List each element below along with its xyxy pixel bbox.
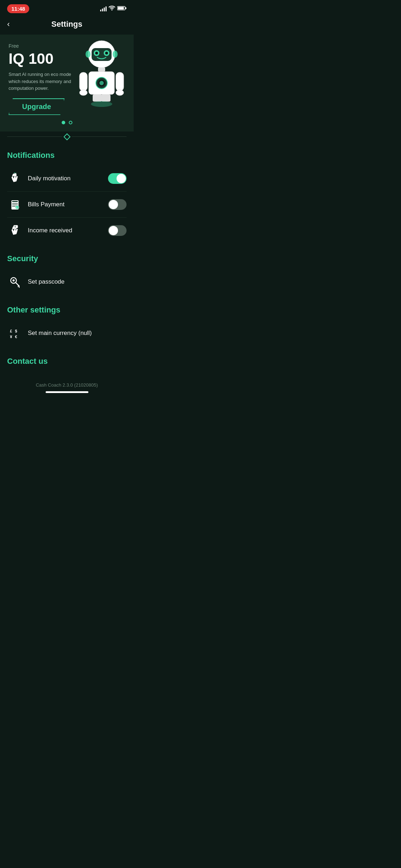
footer: Cash Coach 2.3.0 (21020805) [0,375,134,400]
svg-rect-1 [125,7,127,9]
divider-right [72,136,127,137]
svg-text:£: £ [10,329,12,333]
security-title: Security [7,254,127,263]
daily-motivation-toggle[interactable] [108,173,127,184]
key-icon [7,274,23,290]
set-currency-label: Set main currency (null) [28,330,127,337]
home-indicator [46,391,88,393]
svg-text:$: $ [15,329,17,333]
svg-rect-16 [79,72,87,91]
robot-illustration [73,38,130,109]
set-passcode-label: Set passcode [28,278,127,285]
income-received-toggle[interactable] [108,225,127,236]
currency-icon: £ $ ¥ € [7,325,23,341]
ai-card: Free IQ 100 Smart AI running on eco mode… [0,35,134,131]
svg-rect-2 [118,7,124,10]
dot-2[interactable] [69,121,72,124]
contact-us-section: Contact us [0,350,134,375]
svg-point-10 [113,51,118,58]
svg-point-22 [91,101,112,107]
notifications-section: Notifications Daily motivation [0,144,134,247]
status-bar: 11:48 [0,0,134,16]
svg-rect-11 [98,67,105,72]
svg-point-33 [12,279,15,281]
signal-icon [100,6,107,11]
svg-text:¥: ¥ [10,335,12,339]
fist-fire-icon [7,171,23,186]
money-fist-icon: $ [7,223,23,238]
contact-us-title: Contact us [7,357,127,366]
list-item: $ Income received [7,218,127,243]
list-item: $ Bills Payment [7,192,127,218]
ai-description: Smart AI running on eco mode which reduc… [9,71,80,92]
bill-icon: $ [7,197,23,212]
daily-motivation-label: Daily motivation [28,175,108,182]
diamond-icon [63,133,71,140]
version-label: Cash Coach 2.3.0 (21020805) [7,382,127,388]
status-time: 11:48 [7,4,29,13]
svg-rect-24 [12,201,18,202]
bills-payment-toggle[interactable] [108,199,127,210]
security-section: Security Set passcode [0,247,134,298]
income-received-label: Income received [28,227,108,234]
svg-line-34 [16,283,19,286]
pagination-dots [9,121,125,124]
bills-payment-label: Bills Payment [28,201,108,208]
other-settings-section: Other settings £ $ ¥ € Set main currency… [0,298,134,350]
svg-point-19 [116,90,124,95]
status-icons [100,6,127,12]
svg-point-9 [86,51,91,58]
svg-rect-17 [116,72,124,91]
other-settings-title: Other settings [7,305,127,315]
list-item: Daily motivation [7,166,127,192]
svg-point-18 [79,90,87,95]
notifications-title: Notifications [7,151,127,160]
list-item[interactable]: Set passcode [7,269,127,295]
upgrade-button[interactable]: Upgrade [9,98,65,115]
wifi-icon [109,6,115,12]
divider-left [7,136,62,137]
battery-icon [117,6,127,12]
svg-point-7 [95,52,98,55]
page-header: ‹ Settings [0,16,134,35]
page-title: Settings [51,20,82,29]
list-item[interactable]: £ $ ¥ € Set main currency (null) [7,320,127,346]
svg-point-15 [99,81,104,85]
svg-text:€: € [15,335,17,339]
svg-rect-21 [101,94,110,102]
svg-rect-20 [93,94,102,102]
section-divider [0,131,134,142]
svg-point-8 [105,52,108,55]
dot-1[interactable] [62,121,65,124]
back-button[interactable]: ‹ [7,20,10,29]
